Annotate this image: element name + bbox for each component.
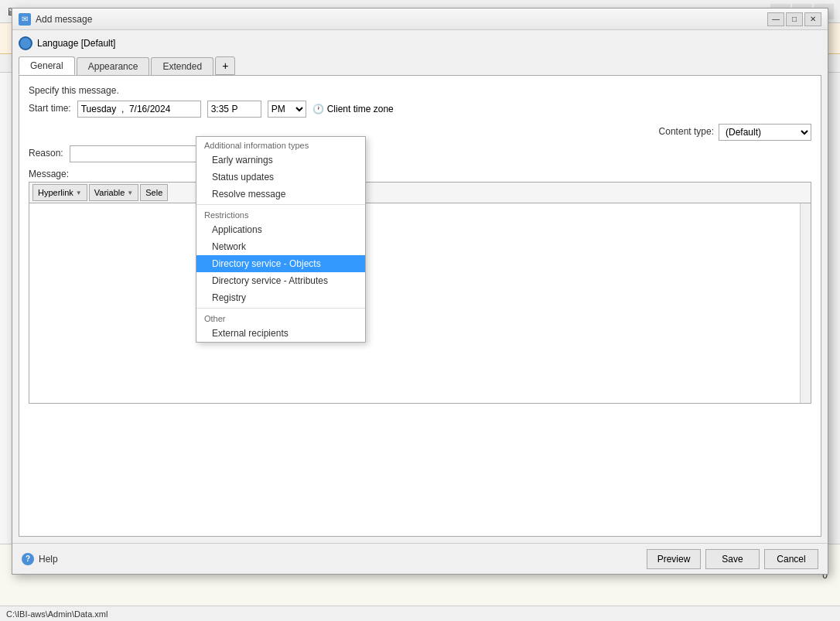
help-link[interactable]: Help <box>39 554 58 565</box>
dialog-title-bar: ✉ Add message — □ ✕ <box>12 9 828 30</box>
menu-item-early-warnings[interactable]: Early warnings <box>196 152 365 169</box>
ampm-select[interactable]: PM AM <box>268 101 306 118</box>
variable-label: Variable <box>94 188 125 197</box>
tab-extended[interactable]: Extended <box>151 57 213 75</box>
status-path: C:\IBI-aws\Admin\Data.xml <box>6 609 108 619</box>
dialog-footer: ? Help Preview Save Cancel <box>12 543 828 574</box>
divider-1 <box>196 204 365 205</box>
message-editor[interactable] <box>29 203 811 404</box>
menu-item-resolve-message[interactable]: Resolve message <box>196 186 365 203</box>
editor-scrollbar[interactable] <box>800 203 811 403</box>
menu-item-directory-service-objects[interactable]: Directory service - Objects <box>196 255 365 272</box>
message-toolbar: Hyperlink ▼ Variable ▼ Sele <box>29 182 811 203</box>
content-type-row: Content type: (Default) <box>29 124 811 141</box>
content-type-select[interactable]: (Default) <box>719 124 811 141</box>
add-message-dialog: ✉ Add message — □ ✕ Language [Default] G… <box>12 8 828 575</box>
main-area: ✉ Add message — □ ✕ Language [Default] G… <box>0 73 840 610</box>
help-icon: ? <box>22 553 34 565</box>
dialog-controls: — □ ✕ <box>767 12 821 26</box>
save-button[interactable]: Save <box>705 549 760 569</box>
select-label: Sele <box>145 188 162 197</box>
content-type-label: Content type: <box>659 126 714 137</box>
section-header-restrictions: Restrictions <box>196 206 365 221</box>
variable-dropdown-arrow: ▼ <box>127 189 133 196</box>
menu-item-registry[interactable]: Registry <box>196 289 365 306</box>
language-label: Language [Default] <box>37 38 115 49</box>
tab-general[interactable]: General <box>19 56 75 75</box>
dialog-maximize-button[interactable]: □ <box>786 12 803 26</box>
timezone-label: Client time zone <box>327 104 394 114</box>
additional-info-dropdown: Additional information types Early warni… <box>196 136 366 343</box>
section-header-additional: Additional information types <box>196 137 365 152</box>
dialog-icon: ✉ <box>19 13 31 26</box>
time-input[interactable] <box>207 101 261 118</box>
language-bar: Language [Default] <box>19 36 821 50</box>
start-time-label: Start time: <box>29 103 71 114</box>
footer-right: Preview Save Cancel <box>647 549 818 569</box>
menu-item-external-recipients[interactable]: External recipients <box>196 325 365 342</box>
footer-left: ? Help <box>22 553 58 565</box>
hyperlink-button[interactable]: Hyperlink ▼ <box>32 184 87 201</box>
hyperlink-dropdown-arrow: ▼ <box>76 189 82 196</box>
tab-add-button[interactable]: + <box>215 56 235 75</box>
date-input[interactable] <box>77 101 201 118</box>
message-label: Message: <box>29 169 811 179</box>
variable-button[interactable]: Variable ▼ <box>89 184 138 201</box>
reason-label: Reason: <box>29 148 63 159</box>
cancel-button[interactable]: Cancel <box>764 549 818 569</box>
divider-2 <box>196 308 365 309</box>
menu-item-status-updates[interactable]: Status updates <box>196 169 365 186</box>
menu-item-network[interactable]: Network <box>196 238 365 255</box>
hyperlink-label: Hyperlink <box>38 188 73 197</box>
reason-row: Reason: + <box>29 145 811 162</box>
language-icon <box>19 36 32 50</box>
dialog-title-left: ✉ Add message <box>19 13 92 26</box>
timezone-clock-icon: 🕐 <box>312 104 324 114</box>
tab-bar: General Appearance Extended + <box>19 56 821 75</box>
timezone-area: 🕐 Client time zone <box>312 104 394 114</box>
dialog-title: Add message <box>36 14 92 25</box>
menu-item-applications[interactable]: Applications <box>196 221 365 238</box>
dialog-minimize-button[interactable]: — <box>767 12 784 26</box>
section-header-other: Other <box>196 310 365 325</box>
tab-appearance[interactable]: Appearance <box>77 57 150 75</box>
status-bar: C:\IBI-aws\Admin\Data.xml <box>0 606 840 621</box>
preview-button[interactable]: Preview <box>647 549 701 569</box>
start-time-row: Start time: PM AM 🕐 Client time zone <box>29 101 811 118</box>
tab-content-general: Specify this message. Start time: PM AM … <box>19 75 821 537</box>
dialog-content: Language [Default] General Appearance Ex… <box>12 30 828 543</box>
select-button[interactable]: Sele <box>140 184 168 201</box>
dialog-close-button[interactable]: ✕ <box>804 12 821 26</box>
specify-label: Specify this message. <box>29 85 811 96</box>
menu-item-directory-service-attributes[interactable]: Directory service - Attributes <box>196 272 365 289</box>
